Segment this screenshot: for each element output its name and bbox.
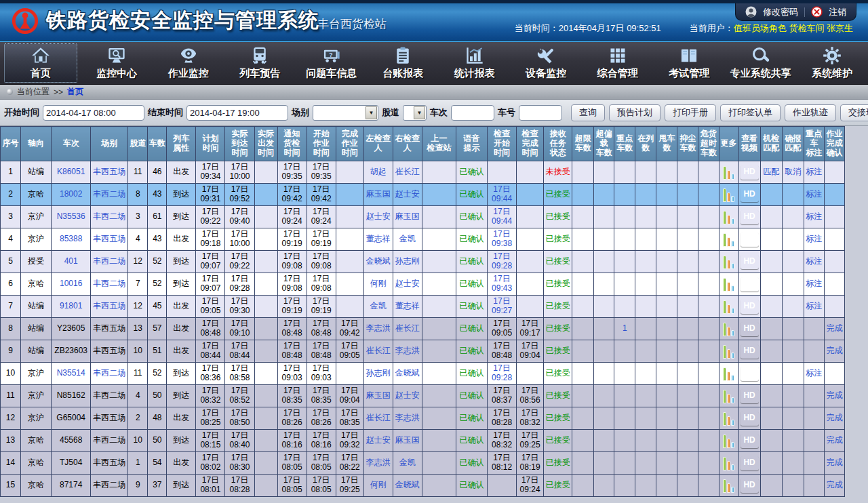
nav-item-ledger[interactable]: 台账报表 <box>368 42 439 84</box>
bar-chart-icon[interactable] <box>720 456 738 470</box>
bar-chart-icon[interactable] <box>720 411 738 426</box>
table-row-5[interactable]: 5授受401丰西二场1252到达17日 09:0717日 09:2217日 09… <box>1 251 845 273</box>
hd-video-icon[interactable]: HD <box>741 322 759 336</box>
table-row-1[interactable]: 1站编K86051丰西五场1146出发17日 09:3417日 10:0017日… <box>1 161 845 184</box>
cell-link-right-inspector[interactable]: 赵士安 <box>395 189 420 199</box>
cell-link-left-inspector[interactable]: 麻玉国 <box>366 189 391 199</box>
nav-item-share[interactable]: 专业系统共享 <box>725 42 797 84</box>
table-row-10[interactable]: 10京沪N35514丰西二场1152到达17日 08:3617日 08:5817… <box>1 363 845 385</box>
cell-link-left-inspector[interactable]: 赵士安 <box>366 435 391 445</box>
cell-link-right-inspector[interactable]: 金凯 <box>399 458 416 467</box>
hd-video-icon[interactable]: HD <box>741 389 759 403</box>
cell-link-right-inspector[interactable]: 崔长江 <box>395 323 420 333</box>
chevron-down-icon[interactable]: ▼ <box>414 106 425 119</box>
cell-link-train-no[interactable]: 401 <box>64 256 78 266</box>
cell-link-yard[interactable]: 丰西二场 <box>93 368 125 378</box>
cell-link-train-no[interactable]: 85388 <box>60 234 82 243</box>
nav-item-home[interactable]: 首页 <box>4 43 77 83</box>
cell-link-yard[interactable]: 丰西二场 <box>93 279 125 288</box>
cell-link-left-inspector[interactable]: 赵士安 <box>366 212 391 221</box>
cell-link-key-car-mark[interactable]: 标注 <box>806 212 822 221</box>
bar-chart-icon[interactable] <box>720 389 738 403</box>
hd-video-icon[interactable]: HD <box>741 456 759 470</box>
cell-link-work-confirm[interactable]: 完成 <box>826 458 842 467</box>
cell-link-right-inspector[interactable]: 董志祥 <box>395 301 420 310</box>
hd-video-icon[interactable]: HD <box>741 479 759 493</box>
nav-item-exam[interactable]: 考试管理 <box>654 42 726 84</box>
cell-link-key-car-mark[interactable]: 标注 <box>806 368 822 378</box>
cell-link-right-inspector[interactable]: 孙志刚 <box>395 256 420 266</box>
bar-chart-icon[interactable] <box>720 344 738 359</box>
change-password-link[interactable]: 修改密码 <box>763 6 798 18</box>
cell-link-left-inspector[interactable]: 李志洪 <box>366 458 391 467</box>
hd-video-icon[interactable]: HD <box>741 300 759 314</box>
bar-chart-icon[interactable] <box>720 367 738 381</box>
cell-link-key-car-mark[interactable]: 标注 <box>806 301 822 310</box>
cell-link-left-inspector[interactable]: 麻玉国 <box>366 390 391 400</box>
cell-link-yard[interactable]: 丰西五场 <box>93 167 125 176</box>
cell-link-work-confirm[interactable]: 完成 <box>826 390 842 400</box>
bar-chart-icon[interactable] <box>720 210 738 224</box>
nav-item-monitor[interactable]: 监控中心 <box>81 42 153 84</box>
bar-chart-icon[interactable] <box>720 255 738 269</box>
cell-link-train-no[interactable]: 10016 <box>60 279 82 288</box>
cell-link-work-confirm[interactable]: 完成 <box>826 480 842 489</box>
logout-link[interactable]: 注销 <box>829 6 846 18</box>
toolbar-button-0[interactable]: 查询 <box>571 104 605 121</box>
cell-link-train-no[interactable]: 91801 <box>60 301 82 310</box>
cell-link-left-inspector[interactable]: 何刚 <box>370 279 387 288</box>
table-row-9[interactable]: 9站编ZB23603丰西五场1051出发17日 08:4417日 08:4417… <box>1 340 845 363</box>
toolbar-button-2[interactable]: 打印手册 <box>665 104 716 121</box>
cell-link-right-inspector[interactable]: 麻玉国 <box>395 212 420 221</box>
train-no-input[interactable] <box>451 105 494 121</box>
table-row-12[interactable]: 12京沪G65004丰西五场248出发17日 08:2517日 08:5017日… <box>1 407 845 430</box>
cell-link-left-inspector[interactable]: 胡起 <box>370 167 387 176</box>
cell-link-right-inspector[interactable]: 李志洪 <box>395 413 420 422</box>
cell-link-right-inspector[interactable]: 金晓斌 <box>395 368 420 378</box>
cell-link-right-inspector[interactable]: 李志洪 <box>395 346 420 355</box>
cell-link-train-no[interactable]: 18002 <box>60 189 82 199</box>
nav-item-maint[interactable]: 系统维护 <box>797 42 868 84</box>
nav-item-stats[interactable]: 统计报表 <box>439 42 511 84</box>
toolbar-button-4[interactable]: 作业轨迹 <box>785 104 836 121</box>
car-no-input[interactable] <box>519 105 562 121</box>
table-row-13[interactable]: 13京哈45568丰西二场1050到达17日 08:1517日 08:4017日… <box>1 430 845 452</box>
bar-chart-icon[interactable] <box>720 322 738 336</box>
toolbar-button-5[interactable]: 交接班 <box>840 104 868 121</box>
table-row-3[interactable]: 3京沪N35536丰西二场361到达17日 09:2217日 09:4017日 … <box>1 206 845 228</box>
table-row-6[interactable]: 6京哈10016丰西二场752到达17日 09:0717日 09:2817日 0… <box>1 273 845 296</box>
cell-link-left-inspector[interactable]: 董志祥 <box>366 234 391 243</box>
cell-link-yard[interactable]: 丰西二场 <box>93 212 125 221</box>
hd-video-icon[interactable]: HD <box>741 434 759 448</box>
toolbar-button-3[interactable]: 打印签认单 <box>720 104 781 121</box>
table-row-11[interactable]: 11京沪N85162丰西二场450到达17日 08:3217日 08:5217日… <box>1 385 845 407</box>
cell-link-right-inspector[interactable]: 赵士安 <box>395 279 420 288</box>
bar-chart-icon[interactable] <box>720 188 738 202</box>
cell-link-right-inspector[interactable]: 麻玉国 <box>395 435 420 445</box>
nav-item-train[interactable]: 列车预告 <box>224 42 296 84</box>
track-select[interactable]: ▼ <box>403 105 427 121</box>
breadcrumb-home-link[interactable]: 首页 <box>67 86 83 98</box>
cell-link-key-car-mark[interactable]: 标注 <box>806 234 822 243</box>
bar-chart-icon[interactable] <box>720 233 738 247</box>
cell-link-machine-match[interactable]: 匹配 <box>763 167 779 176</box>
bar-chart-icon[interactable] <box>720 277 738 291</box>
toolbar-button-1[interactable]: 预告计划 <box>609 104 660 121</box>
table-row-4[interactable]: 4京沪85388丰西五场443出发17日 09:1817日 10:0017日 0… <box>1 228 845 251</box>
cell-link-report-match[interactable]: 取消 <box>785 167 801 176</box>
nav-item-problem[interactable]: ?问题车信息 <box>296 42 368 84</box>
cell-link-left-inspector[interactable]: 孙志刚 <box>366 368 391 378</box>
hd-video-icon[interactable]: HD <box>741 233 759 247</box>
cell-link-key-car-mark[interactable]: 标注 <box>806 189 822 199</box>
nav-item-device[interactable]: 设备监控 <box>511 42 583 84</box>
cell-link-work-confirm[interactable]: 完成 <box>826 323 842 333</box>
nav-item-workmon[interactable]: 作业监控 <box>153 42 224 84</box>
cell-link-train-no[interactable]: N35536 <box>57 212 85 221</box>
cell-link-left-inspector[interactable]: 金凯 <box>370 301 387 310</box>
table-row-7[interactable]: 7站编91801丰西五场1245出发17日 09:0517日 09:3017日 … <box>1 296 845 318</box>
bar-chart-icon[interactable] <box>720 165 738 180</box>
cell-link-work-confirm[interactable]: 完成 <box>826 346 842 355</box>
cell-link-work-confirm[interactable]: 完成 <box>826 413 842 422</box>
cell-link-left-inspector[interactable]: 金晓斌 <box>366 256 391 266</box>
cell-link-right-inspector[interactable]: 赵士安 <box>395 390 420 400</box>
